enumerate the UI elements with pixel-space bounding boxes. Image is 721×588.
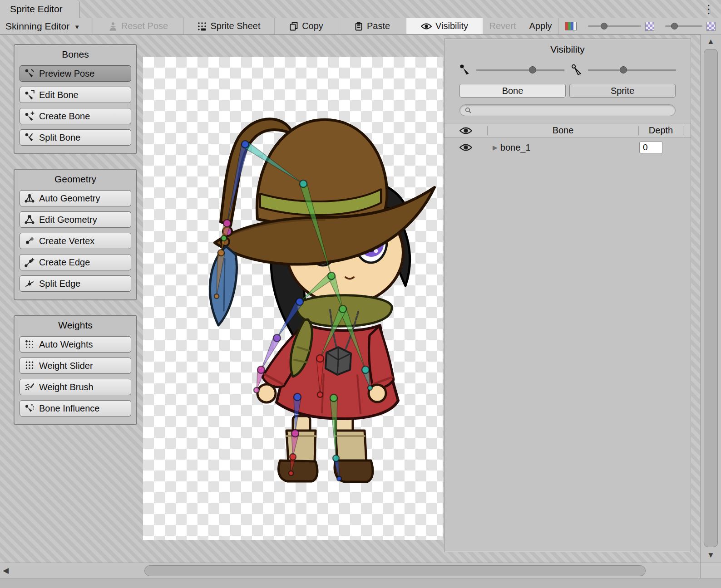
- window-tabbar: Sprite Editor ⋮: [0, 0, 721, 18]
- create-edge-button[interactable]: Create Edge: [20, 254, 131, 270]
- preview-pose-icon: [24, 68, 35, 79]
- visibility-button[interactable]: Visibility: [406, 18, 483, 34]
- bottom-strip: [0, 578, 721, 588]
- color-mode-swatch[interactable]: [559, 18, 583, 34]
- copy-button[interactable]: Copy: [275, 18, 338, 34]
- visibility-panel-title: Visibility: [444, 39, 691, 55]
- split-edge-icon: [24, 278, 35, 289]
- mode-dropdown[interactable]: Skinning Editor ▼: [0, 18, 93, 34]
- preview-pose-button[interactable]: Preview Pose: [20, 65, 131, 82]
- weight-slider-button[interactable]: Weight Slider: [20, 358, 131, 374]
- create-edge-label: Create Edge: [39, 257, 90, 268]
- bone-table-header: Bone Depth: [444, 123, 691, 138]
- search-icon: [465, 107, 471, 113]
- horizontal-scrollbar[interactable]: ◀: [0, 563, 700, 578]
- bone-influence-icon: [24, 403, 35, 414]
- geometry-panel: Geometry Auto Geometry Edit Geometry Cre…: [14, 169, 137, 300]
- scrollbar-corner: [700, 563, 721, 578]
- tab-sprite-editor[interactable]: Sprite Editor: [0, 0, 80, 18]
- bone-influence-button[interactable]: Bone Influence: [20, 400, 131, 416]
- apply-label: Apply: [529, 21, 552, 31]
- visibility-label: Visibility: [435, 21, 468, 31]
- tab-title: Sprite Editor: [10, 4, 63, 15]
- bone-depth-cell: [639, 142, 683, 153]
- scroll-up-icon[interactable]: ▲: [701, 37, 721, 46]
- paste-icon: [354, 22, 363, 31]
- character-sprite: [143, 57, 443, 540]
- sprite-sheet-icon: [198, 22, 207, 31]
- bone-name-label: bone_1: [500, 142, 531, 153]
- auto-weights-button[interactable]: Auto Weights: [20, 336, 131, 353]
- expander-icon[interactable]: ▶: [493, 144, 498, 151]
- edit-bone-button[interactable]: Edit Bone: [20, 87, 131, 103]
- split-edge-label: Split Edge: [39, 279, 80, 289]
- vertical-scrollbar-thumb[interactable]: [704, 49, 718, 547]
- sprite-editor-window: Sprite Editor ⋮ Skinning Editor ▼ Reset …: [0, 0, 721, 588]
- split-bone-button[interactable]: Split Bone: [20, 129, 131, 146]
- bone-opacity-knob[interactable]: [529, 66, 536, 74]
- weight-slider-icon: [24, 360, 35, 371]
- header-visibility-toggle[interactable]: [444, 127, 487, 135]
- edit-geometry-icon: [24, 214, 35, 225]
- brightness-slider[interactable]: [660, 18, 721, 34]
- alpha-checker-icon[interactable]: [645, 22, 654, 31]
- alpha-slider-track[interactable]: [588, 25, 641, 27]
- copy-label: Copy: [302, 21, 323, 31]
- split-edge-button[interactable]: Split Edge: [20, 275, 131, 292]
- create-bone-icon: [24, 111, 35, 122]
- weights-panel: Weights Auto Weights Weight Slider Weigh…: [14, 315, 137, 425]
- mesh-opacity-slider[interactable]: [571, 64, 676, 76]
- mesh-opacity-track[interactable]: [588, 69, 676, 71]
- copy-icon: [289, 22, 298, 31]
- sprite-canvas[interactable]: [143, 57, 443, 540]
- revert-label: Revert: [489, 21, 516, 31]
- apply-button[interactable]: Apply: [523, 18, 559, 34]
- auto-weights-icon: [24, 339, 35, 350]
- row-visibility-toggle[interactable]: [444, 143, 487, 152]
- edit-geometry-button[interactable]: Edit Geometry: [20, 211, 131, 228]
- auto-geometry-label: Auto Geometry: [39, 193, 100, 204]
- paste-button[interactable]: Paste: [338, 18, 406, 34]
- create-vertex-icon: [24, 235, 35, 246]
- visibility-sliders: [459, 64, 676, 76]
- header-depth-column[interactable]: Depth: [639, 125, 683, 136]
- split-bone-label: Split Bone: [39, 132, 80, 143]
- edit-geometry-label: Edit Geometry: [39, 215, 97, 225]
- scroll-left-icon[interactable]: ◀: [3, 566, 9, 575]
- sprite-sheet-label: Sprite Sheet: [210, 21, 260, 31]
- auto-geometry-button[interactable]: Auto Geometry: [20, 190, 131, 206]
- search-input[interactable]: [474, 106, 670, 115]
- header-depth-label: Depth: [649, 125, 673, 136]
- revert-button[interactable]: Revert: [483, 18, 523, 34]
- create-bone-button[interactable]: Create Bone: [20, 108, 131, 124]
- edit-bone-label: Edit Bone: [39, 90, 79, 100]
- weight-brush-button[interactable]: Weight Brush: [20, 379, 131, 395]
- depth-input[interactable]: [639, 142, 663, 153]
- eye-icon: [421, 23, 432, 30]
- bones-panel-title: Bones: [15, 45, 136, 65]
- vertical-scrollbar[interactable]: ▲ ▼: [700, 34, 721, 563]
- tab-bone[interactable]: Bone: [459, 84, 566, 98]
- window-menu-icon[interactable]: ⋮: [703, 2, 715, 16]
- alpha-slider-knob[interactable]: [601, 23, 607, 29]
- horizontal-scrollbar-thumb[interactable]: [144, 565, 646, 576]
- tab-sprite[interactable]: Sprite: [569, 84, 676, 98]
- header-bone-column[interactable]: Bone: [488, 125, 638, 136]
- brightness-slider-track[interactable]: [665, 25, 702, 27]
- brightness-checker-icon[interactable]: [706, 22, 716, 31]
- create-vertex-button[interactable]: Create Vertex: [20, 233, 131, 249]
- bone-opacity-slider[interactable]: [459, 64, 564, 76]
- scroll-down-icon[interactable]: ▼: [701, 551, 721, 560]
- mesh-opacity-knob[interactable]: [620, 66, 627, 74]
- search-field[interactable]: [459, 104, 676, 116]
- edit-bone-icon: [24, 89, 35, 100]
- brightness-slider-knob[interactable]: [671, 23, 678, 29]
- sprite-sheet-button[interactable]: Sprite Sheet: [184, 18, 275, 34]
- bone-opacity-track[interactable]: [476, 69, 564, 71]
- create-edge-icon: [24, 257, 35, 268]
- weights-panel-title: Weights: [15, 316, 136, 336]
- bones-panel: Bones Preview Pose Edit Bone Create Bone…: [14, 44, 137, 154]
- auto-geometry-icon: [24, 193, 35, 204]
- alpha-slider[interactable]: [583, 18, 660, 34]
- reset-pose-button[interactable]: Reset Pose: [93, 18, 184, 34]
